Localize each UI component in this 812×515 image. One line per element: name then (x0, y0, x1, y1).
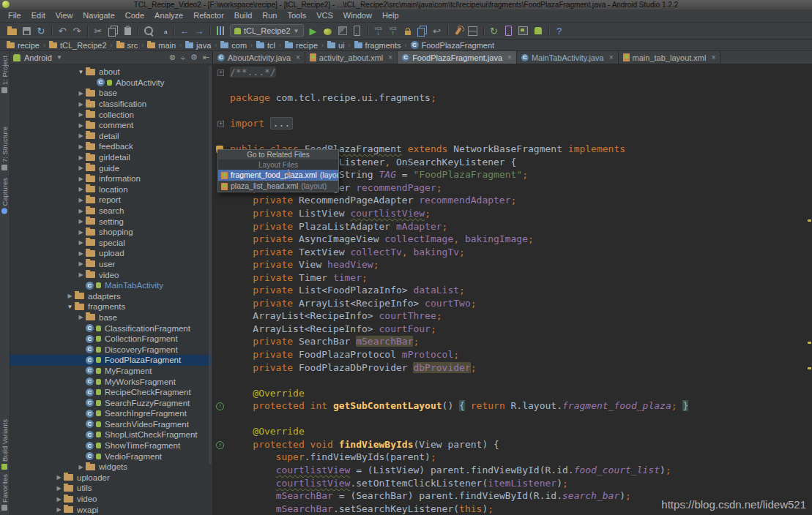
menu-navigate[interactable]: Navigate (78, 10, 119, 22)
open-project-icon[interactable] (4, 24, 19, 38)
menu-edit[interactable]: Edit (26, 10, 51, 22)
fold-marker-icon[interactable]: + (217, 69, 224, 76)
fold-marker-icon[interactable]: + (217, 121, 224, 127)
tree-arrow-icon[interactable]: ▶ (76, 143, 86, 150)
code-line[interactable]: private ListView courtlistView; (230, 207, 812, 220)
vcs-lock-icon[interactable] (401, 24, 415, 38)
redo-icon[interactable]: ↷ (70, 24, 84, 38)
tab-main_tab_layout.xml[interactable]: main_tab_layout.xml× (619, 51, 721, 64)
tool-button-favorites[interactable]: Favorites (1, 474, 9, 511)
menu-code[interactable]: Code (120, 10, 149, 22)
code-editor[interactable]: /**...*/package com.tcl.recipe.ui.fragme… (213, 64, 812, 515)
tree-scrollbar[interactable] (209, 66, 212, 465)
tree-arrow-icon[interactable]: ▶ (54, 485, 64, 492)
sync-files-icon[interactable]: ↻ (34, 24, 48, 38)
debug-icon[interactable] (321, 24, 335, 38)
popup-item-fragment_food_plaza.xml[interactable]: fragment_food_plaza.xml (layout) (218, 170, 338, 181)
tree-item-maintabactivity[interactable]: CMainTabActivity (10, 280, 212, 291)
breadcrumb-tcl_recipe2[interactable]: tCL_Recipe2 (47, 41, 109, 50)
tree-arrow-icon[interactable]: ▶ (76, 208, 86, 214)
tree-arrow-icon[interactable]: ▶ (76, 197, 86, 203)
tool-button----project[interactable]: 1: Project (1, 56, 9, 93)
tree-item-collection[interactable]: ▶collection (10, 109, 212, 120)
tree-item-collectionfragment[interactable]: CCollectionFragment (10, 334, 212, 345)
code-line[interactable]: private RecommendPageAdapter recommendAd… (230, 194, 812, 207)
tree-arrow-icon[interactable]: ▶ (76, 218, 86, 225)
tree-item-classificationfragment[interactable]: CClassificationFragment (10, 323, 212, 334)
tree-item-search[interactable]: ▶search (10, 206, 212, 217)
code-line[interactable] (230, 413, 812, 426)
breadcrumb-tcl[interactable]: tcl (254, 41, 278, 50)
code-line[interactable] (230, 79, 812, 92)
menu-help[interactable]: Help (377, 10, 404, 22)
code-line[interactable]: private AsyncImageView collectImage, bak… (230, 233, 812, 246)
code-line[interactable] (230, 374, 812, 387)
tool-button-build-variants[interactable]: Build Variants (1, 419, 9, 470)
tab-close-icon[interactable]: × (388, 53, 392, 61)
code-line[interactable]: protected void findViewByIds(View parent… (230, 438, 812, 451)
code-line[interactable]: private ArrayList<RecipeInfo> courtTwo; (230, 297, 812, 310)
breadcrumb-foodplazafragment[interactable]: CFoodPlazaFragment (409, 41, 497, 50)
nav-back-icon[interactable]: ← (177, 24, 192, 38)
save-all-icon[interactable] (19, 24, 34, 38)
tree-arrow-icon[interactable]: ▶ (76, 154, 86, 161)
coverage-icon[interactable] (335, 24, 350, 38)
tree-arrow-icon[interactable]: ▶ (76, 239, 86, 246)
code-line[interactable] (230, 105, 812, 118)
code-line[interactable]: package com.tcl.recipe.ui.fragments; (230, 91, 812, 105)
tree-item-showtimefragment[interactable]: CShowTimeFragment (10, 440, 212, 451)
tree-arrow-icon[interactable]: ▶ (76, 271, 86, 278)
tree-item-recipecheckfragment[interactable]: CRecipeCheckFragment (10, 387, 212, 398)
code-line[interactable] (230, 130, 812, 143)
tree-item-searchingrefragment[interactable]: CSearchIngreFragment (10, 408, 212, 419)
code-line[interactable]: protected int getSubContentLayout() { re… (230, 399, 812, 413)
tab-close-icon[interactable]: × (711, 53, 715, 61)
tree-item-detail[interactable]: ▶detail (10, 131, 212, 142)
tree-item-classification[interactable]: ▶classification (10, 99, 212, 110)
tree-arrow-icon[interactable]: ▶ (76, 90, 86, 97)
tree-item-comment[interactable]: ▶comment (10, 120, 212, 131)
breadcrumb-main[interactable]: main (145, 41, 178, 50)
tree-item-girldetail[interactable]: ▶girldetail (10, 152, 212, 163)
code-line[interactable]: super.findViewByIds(parent); (230, 451, 812, 464)
tree-item-video[interactable]: ▶video (10, 269, 212, 280)
code-line[interactable]: courtlistView = (ListView) parent.findVi… (230, 464, 812, 477)
tree-item-myworksfragment[interactable]: CMyWorksFragment (10, 376, 212, 387)
profiler-icon[interactable] (350, 24, 365, 38)
menu-tools[interactable]: Tools (282, 10, 311, 22)
breadcrumb-ui[interactable]: ui (325, 41, 347, 50)
run-config-select[interactable]: tCL_Recipe2▼ (230, 24, 304, 37)
tree-item-location[interactable]: ▶location (10, 184, 212, 195)
tree-item-discoveryfragment[interactable]: CDiscoveryFragment (10, 344, 212, 355)
tree-arrow-icon[interactable]: ▶ (76, 464, 86, 470)
tree-item-base[interactable]: ▶base (10, 88, 212, 99)
paste-icon[interactable] (120, 24, 135, 38)
tree-arrow-icon[interactable]: ▶ (76, 111, 86, 118)
cut-icon[interactable]: ✂ (91, 24, 105, 38)
tree-arrow-icon[interactable]: ▶ (54, 506, 64, 513)
tab-close-icon[interactable]: × (609, 53, 614, 61)
vcs-diff-icon[interactable] (415, 24, 430, 38)
tree-item-setting[interactable]: ▶setting (10, 216, 212, 227)
code-line[interactable]: private SearchBar mSearchBar; (230, 335, 812, 348)
sdk-manager-icon[interactable] (516, 24, 531, 38)
code-line[interactable]: private FoodPlazaProtocol mProtocol; (230, 348, 812, 361)
tree-arrow-icon[interactable]: ▶ (76, 250, 86, 257)
tree-arrow-icon[interactable]: ▶ (76, 165, 86, 171)
tree-item-about[interactable]: ▼about (10, 67, 212, 78)
code-line[interactable]: import ... (230, 117, 812, 130)
menu-file[interactable]: File (3, 10, 26, 22)
tree-arrow-icon[interactable]: ▶ (76, 314, 86, 320)
tree-item-searchfuzzyfragment[interactable]: CSearchFuzzyFragment (10, 397, 212, 408)
tab-activity_about.xml[interactable]: activity_about.xml× (305, 51, 398, 64)
tree-item-information[interactable]: ▶information (10, 173, 212, 184)
breadcrumb-recipe[interactable]: recipe (4, 41, 42, 50)
breadcrumb-src[interactable]: src (114, 41, 141, 50)
locate-file-icon[interactable]: ⊗ (169, 53, 176, 62)
tree-item-guide[interactable]: ▶guide (10, 162, 212, 173)
vcs-commit-icon[interactable]: VCS↑ (386, 24, 401, 38)
android-monitor-icon[interactable] (531, 24, 545, 38)
tree-item-wxapi[interactable]: ▶wxapi (10, 504, 212, 515)
menu-vcs[interactable]: VCS (311, 10, 338, 22)
menu-build[interactable]: Build (229, 10, 257, 22)
